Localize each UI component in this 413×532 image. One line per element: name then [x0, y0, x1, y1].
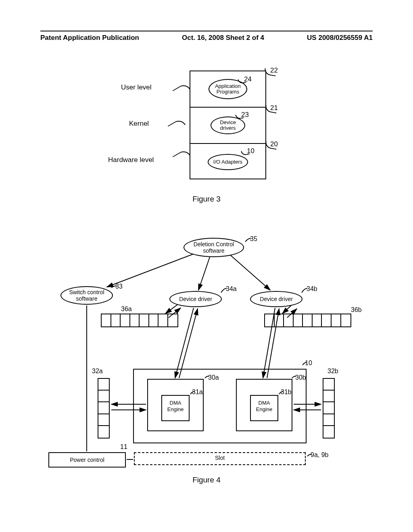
patent-page: Patent Application Publication Oct. 16, …	[0, 0, 413, 532]
fig4-ref-34a: 34a	[226, 285, 237, 293]
queue-cell	[130, 314, 140, 326]
queue-cell	[98, 379, 109, 391]
fig4-ref-10: 10	[305, 360, 312, 367]
fig4-node-switch-control: Switch control software	[60, 286, 113, 305]
queue-cell	[168, 314, 177, 326]
queue-cell	[98, 426, 109, 438]
fig3-leader-hardware	[173, 148, 191, 163]
fig4-box-power-control: Power control	[48, 452, 126, 468]
header-right: US 2008/0256559 A1	[307, 34, 373, 42]
queue-cell	[121, 314, 130, 326]
fig4-ref-36b: 36b	[351, 306, 362, 314]
page-header: Patent Application Publication Oct. 16, …	[40, 31, 373, 42]
fig4-queue-32a	[98, 378, 110, 438]
fig3-label-kernel: Kernel	[129, 120, 149, 128]
fig4-label-slot: Slot	[134, 455, 306, 461]
fig3-stack: Application Programs Device drivers I/O …	[190, 71, 266, 179]
queue-cell	[149, 314, 159, 326]
fig4-ref-35: 35	[250, 235, 257, 243]
fig4-queue-32b	[323, 378, 335, 438]
fig4-ref-33: 33	[115, 283, 123, 290]
fig4-ref-31a: 31a	[192, 389, 203, 396]
queue-cell	[98, 391, 109, 402]
queue-cell	[313, 314, 322, 326]
fig4-node-deletion-control: Deletion Control software	[184, 238, 244, 257]
queue-cell	[284, 314, 294, 326]
queue-cell	[323, 402, 334, 414]
svg-line-0	[107, 254, 194, 287]
fig4-queue-36a	[101, 314, 178, 327]
queue-cell	[275, 314, 284, 326]
fig3-node-device-drivers: Device drivers	[211, 116, 245, 134]
fig4-node-device-driver-a: Device driver	[169, 291, 222, 307]
fig3-leader-kernel	[168, 118, 186, 133]
queue-cell	[323, 426, 334, 438]
figure-4: Deletion Control software Switch control…	[40, 226, 373, 492]
fig4-ref-30a: 30a	[208, 374, 219, 381]
svg-line-1	[198, 257, 210, 290]
queue-cell	[323, 414, 334, 426]
queue-cell	[294, 314, 303, 326]
fig4-ref-32a: 32a	[92, 368, 103, 375]
queue-cell	[98, 414, 109, 426]
fig4-queue-36b	[264, 314, 351, 327]
fig4-ref-32b: 32b	[327, 368, 338, 375]
fig4-ref-9: 9a, 9b	[311, 451, 328, 459]
svg-line-8	[179, 309, 198, 378]
queue-cell	[159, 314, 168, 326]
fig4-ref-34b: 34b	[307, 285, 317, 293]
fig4-label-dma-a: DMA Engine	[161, 400, 190, 412]
fig4-ref-30b: 30b	[295, 374, 306, 381]
svg-line-2	[230, 255, 270, 290]
fig4-ref-11: 11	[120, 443, 127, 451]
fig3-label-hardware: Hardware level	[108, 156, 154, 164]
queue-cell	[98, 402, 109, 414]
queue-cell	[265, 314, 275, 326]
fig3-label-user: User level	[121, 83, 152, 91]
queue-cell	[341, 314, 351, 326]
figure-3: Application Programs Device drivers I/O …	[40, 66, 373, 204]
queue-cell	[323, 379, 334, 391]
fig4-label-dma-b: DMA Engine	[250, 400, 278, 412]
fig4-ref-36a: 36a	[121, 305, 132, 313]
fig4-ref-31b: 31b	[281, 389, 292, 396]
fig4-node-device-driver-b: Device driver	[250, 291, 302, 307]
queue-cell	[111, 314, 121, 326]
fig3-node-io-adapters: I/O Adapters	[208, 154, 248, 170]
fig4-caption: Figure 4	[40, 476, 373, 484]
queue-cell	[102, 314, 111, 326]
queue-cell	[303, 314, 313, 326]
queue-cell	[323, 391, 334, 402]
queue-cell	[140, 314, 149, 326]
fig3-row-kernel: Device drivers	[190, 108, 265, 144]
queue-cell	[322, 314, 332, 326]
header-left: Patent Application Publication	[40, 34, 139, 42]
fig3-leader-user	[173, 82, 191, 97]
fig3-row-user: Application Programs	[190, 71, 265, 108]
fig3-caption: Figure 3	[40, 195, 373, 204]
queue-cell	[332, 314, 341, 326]
header-center: Oct. 16, 2008 Sheet 2 of 4	[182, 34, 264, 42]
